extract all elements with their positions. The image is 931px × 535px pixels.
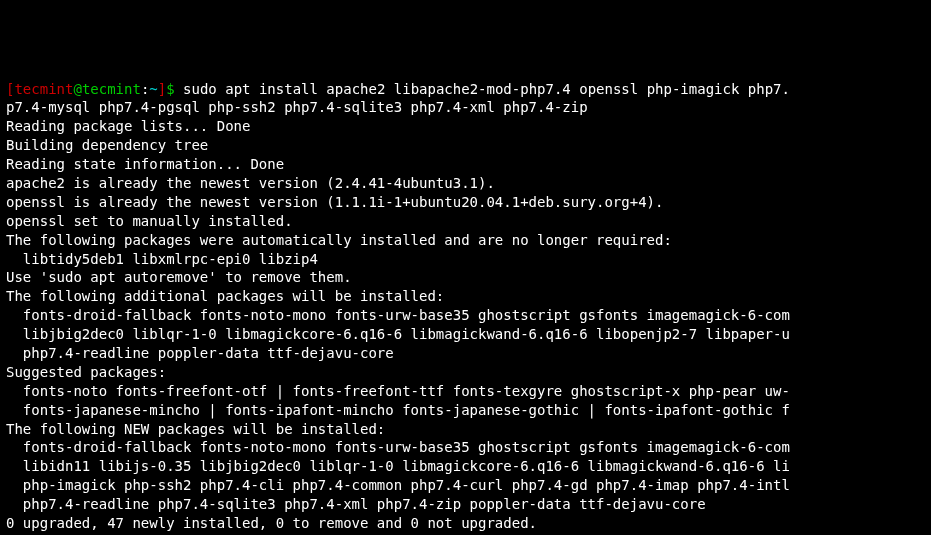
prompt-at: @ [73, 81, 81, 97]
output-line: Use 'sudo apt autoremove' to remove them… [6, 269, 352, 285]
prompt-dollar: $ [166, 81, 183, 97]
prompt-close-bracket: ] [158, 81, 166, 97]
output-line: libidn11 libijs-0.35 libjbig2dec0 liblqr… [6, 458, 790, 474]
terminal-output[interactable]: [tecmint@tecmint:~]$ sudo apt install ap… [6, 80, 925, 535]
output-line: libtidy5deb1 libxmlrpc-epi0 libzip4 [6, 251, 318, 267]
output-line: The following packages were automaticall… [6, 232, 672, 248]
output-line: The following additional packages will b… [6, 288, 444, 304]
output-line: openssl set to manually installed. [6, 213, 293, 229]
output-line: fonts-droid-fallback fonts-noto-mono fon… [6, 307, 790, 323]
prompt-path: ~ [149, 81, 157, 97]
output-line: openssl is already the newest version (1… [6, 194, 663, 210]
output-line: php-imagick php-ssh2 php7.4-cli php7.4-c… [6, 477, 790, 493]
output-line: php7.4-readline php7.4-sqlite3 php7.4-xm… [6, 496, 706, 512]
prompt-user: tecmint [14, 81, 73, 97]
output-line: apache2 is already the newest version (2… [6, 175, 495, 191]
output-line: fonts-japanese-mincho | fonts-ipafont-mi… [6, 402, 790, 418]
output-line: php7.4-readline poppler-data ttf-dejavu-… [6, 345, 394, 361]
output-line: Building dependency tree [6, 137, 208, 153]
output-line: 0 upgraded, 47 newly installed, 0 to rem… [6, 515, 537, 531]
output-line: fonts-droid-fallback fonts-noto-mono fon… [6, 439, 790, 455]
command-line-1: sudo apt install apache2 libapache2-mod-… [183, 81, 790, 97]
output-line: fonts-noto fonts-freefont-otf | fonts-fr… [6, 383, 790, 399]
output-line: libjbig2dec0 liblqr-1-0 libmagickcore-6.… [6, 326, 790, 342]
output-line: The following NEW packages will be insta… [6, 421, 385, 437]
output-line: Suggested packages: [6, 364, 166, 380]
output-line: Reading package lists... Done [6, 118, 250, 134]
output-line: Reading state information... Done [6, 156, 284, 172]
prompt-host: tecmint [82, 81, 141, 97]
command-line-2: p7.4-mysql php7.4-pgsql php-ssh2 php7.4-… [6, 99, 588, 115]
